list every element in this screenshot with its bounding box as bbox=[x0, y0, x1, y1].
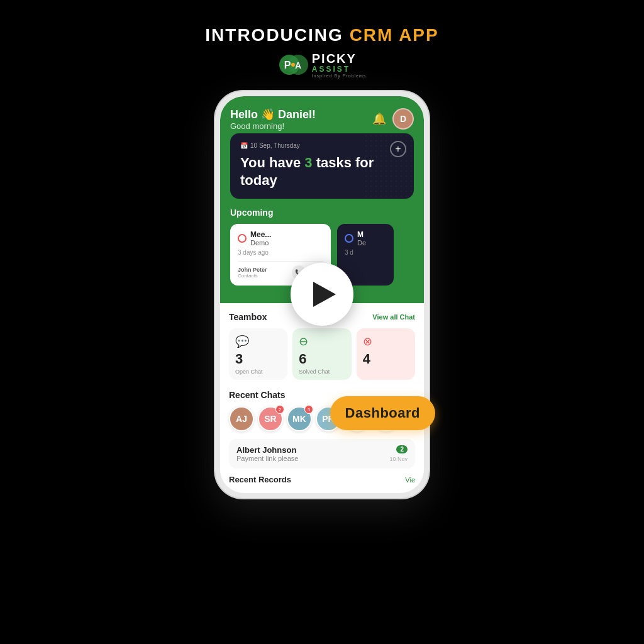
solved-chat-icon: ⊖ bbox=[299, 335, 308, 348]
chat-item-1[interactable]: Albert Johnson Payment link please 2 10 … bbox=[229, 439, 415, 469]
upcoming-radio-1 bbox=[238, 234, 247, 243]
avatar-badge-3: 3 bbox=[304, 405, 313, 414]
teambox-card-open[interactable]: 💬 3 Open Chat bbox=[229, 328, 287, 380]
other-chat-icon: ⊗ bbox=[363, 335, 372, 348]
avatar-item-1[interactable]: AJ bbox=[229, 406, 254, 431]
add-task-button[interactable]: + bbox=[390, 141, 406, 157]
upcoming-card-1-title-wrap: Mee... Demo bbox=[250, 230, 271, 247]
teambox-title: Teambox bbox=[229, 312, 267, 322]
chat-name-1: Albert Johnson bbox=[236, 445, 298, 455]
greeting-name: Hello 👋 Daniel! bbox=[230, 108, 316, 121]
upcoming-radio-2 bbox=[345, 234, 353, 243]
svg-point-4 bbox=[291, 63, 295, 67]
upcoming-person-1-info: John Peter Contacts bbox=[238, 267, 267, 279]
svg-text:P: P bbox=[284, 60, 291, 70]
other-chat-count: 4 bbox=[363, 351, 370, 367]
avatar-1: AJ bbox=[229, 406, 254, 431]
header-icons: 🔔 D bbox=[372, 108, 414, 130]
teambox-card-solved[interactable]: ⊖ 6 Solved Chat bbox=[292, 328, 351, 380]
calendar-icon: 📅 bbox=[240, 142, 248, 149]
logo-area: P A PICKY ASSIST Inspired By Problems bbox=[278, 52, 367, 79]
bell-icon[interactable]: 🔔 bbox=[372, 112, 386, 126]
chat-item-left-1: Albert Johnson Payment link please bbox=[236, 445, 298, 462]
chat-date-1: 10 Nov bbox=[389, 456, 408, 462]
dashboard-badge: Dashboard bbox=[330, 396, 435, 430]
logo-brand: PICKY bbox=[312, 52, 367, 65]
upcoming-person-name-1: John Peter bbox=[238, 267, 267, 273]
recent-records-title: Recent Records bbox=[229, 475, 291, 484]
greeting-sub: Good morning! bbox=[230, 121, 316, 131]
teambox-cards: 💬 3 Open Chat ⊖ 6 Solved Chat bbox=[229, 328, 415, 380]
logo-sub: ASSIST bbox=[312, 65, 367, 74]
solved-chat-count: 6 bbox=[299, 351, 306, 367]
task-card: 📅 10 Sep, Thursday You have 3 tasks for … bbox=[230, 133, 414, 199]
user-avatar[interactable]: D bbox=[392, 108, 414, 130]
phone-container: Dashboard Hello 👋 Daniel! Good morning! … bbox=[215, 91, 429, 498]
task-count: 3 bbox=[304, 155, 312, 170]
logo-tagline: Inspired By Problems bbox=[312, 74, 367, 79]
upcoming-card-2-time: 3 d bbox=[345, 249, 386, 256]
recent-records-view-link[interactable]: Vie bbox=[405, 476, 415, 484]
app-header-top: Hello 👋 Daniel! Good morning! 🔔 D bbox=[230, 108, 414, 131]
upcoming-card-1-time: 3 days ago bbox=[238, 249, 323, 256]
open-chat-icon: 💬 bbox=[235, 335, 249, 348]
avatar-item-2[interactable]: SR 2 bbox=[258, 406, 283, 431]
upcoming-person-role-1: Contacts bbox=[238, 273, 267, 279]
teambox-card-other[interactable]: ⊗ 4 bbox=[357, 328, 415, 380]
upcoming-card-1-header: Mee... Demo bbox=[238, 230, 323, 247]
upcoming-card-1-title: Mee... bbox=[250, 230, 271, 239]
solved-chat-label: Solved Chat bbox=[299, 369, 330, 375]
chat-msg-1: Payment link please bbox=[236, 455, 298, 462]
chat-item-right-1: 2 10 Nov bbox=[389, 445, 408, 462]
upcoming-title: Upcoming bbox=[230, 208, 414, 218]
avatar-item-3[interactable]: MK 3 bbox=[287, 406, 312, 431]
teambox-view-all[interactable]: View all Chat bbox=[372, 313, 415, 321]
task-card-dots-decoration bbox=[364, 133, 414, 199]
chat-badge-1: 2 bbox=[396, 445, 408, 453]
avatar-badge-2: 2 bbox=[275, 405, 284, 414]
upcoming-card-1-sub: Demo bbox=[250, 239, 271, 247]
upcoming-card-2-title: M bbox=[357, 230, 366, 239]
greeting-block: Hello 👋 Daniel! Good morning! bbox=[230, 108, 316, 131]
recent-records-section: Recent Records Vie bbox=[229, 475, 415, 484]
play-triangle-icon bbox=[313, 282, 336, 307]
picky-assist-logo-icon: P A bbox=[278, 52, 308, 77]
upcoming-card-2-title-wrap: M De bbox=[357, 230, 366, 247]
headline-prefix: INTRODUCING bbox=[205, 25, 349, 45]
open-chat-label: Open Chat bbox=[235, 369, 263, 375]
headline-highlight: CRM APP bbox=[350, 25, 439, 45]
open-chat-count: 3 bbox=[235, 351, 243, 367]
task-text-prefix: You have bbox=[240, 155, 304, 170]
upcoming-card-2-sub: De bbox=[357, 239, 366, 247]
svg-text:A: A bbox=[295, 60, 301, 70]
headline-area: INTRODUCING CRM APP bbox=[205, 25, 438, 45]
headline-text: INTRODUCING CRM APP bbox=[205, 25, 438, 45]
upcoming-person-1: John Peter Contacts bbox=[238, 267, 267, 279]
play-button[interactable] bbox=[291, 263, 353, 326]
logo-text-group: PICKY ASSIST Inspired By Problems bbox=[312, 52, 367, 79]
upcoming-card-2-header: M De bbox=[345, 230, 386, 247]
task-date-text: 10 Sep, Thursday bbox=[250, 142, 300, 149]
page-wrapper: INTRODUCING CRM APP P A PICKY ASSIST Ins… bbox=[0, 0, 644, 644]
